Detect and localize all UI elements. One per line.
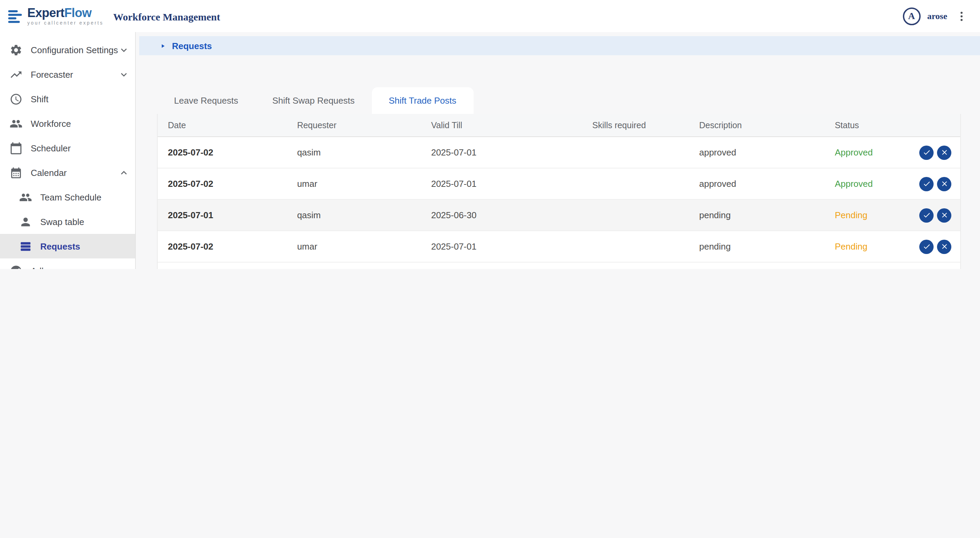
brand-flow: Flow <box>64 6 91 20</box>
table-row[interactable]: 2025-07-02 umar 2025-07-01 pending Pendi… <box>158 231 960 262</box>
brand-name: ExpertFlow <box>27 7 104 19</box>
column-header-requester: Requester <box>287 121 421 130</box>
sidebar-item-label: Adherence <box>31 266 118 269</box>
row-actions <box>919 176 951 191</box>
sidebar-item-label: Team Schedule <box>40 192 130 202</box>
kebab-menu-icon[interactable] <box>954 8 969 24</box>
brand-expert: Expert <box>27 6 64 20</box>
sidebar-item-requests[interactable]: Requests <box>0 234 135 259</box>
cell-requester: qasim <box>287 210 421 220</box>
reject-button[interactable] <box>937 208 951 222</box>
calendar-month-icon <box>10 166 22 179</box>
sidebar-item-label: Requests <box>40 241 130 251</box>
sidebar-item-calendar[interactable]: Calendar <box>0 160 135 185</box>
table-row[interactable]: 2025-07-01 qasim 2025-06-30 pending Pend… <box>158 200 960 231</box>
cell-date: 2025-07-02 <box>158 147 287 157</box>
chevron-down-icon <box>118 265 130 269</box>
row-actions <box>919 239 951 254</box>
play-icon <box>160 42 166 49</box>
expertflow-logo[interactable]: ExpertFlow your callcenter experts <box>7 7 104 25</box>
sidebar-item-adherence[interactable]: Adherence <box>0 259 135 269</box>
cell-description: approved <box>689 179 824 189</box>
header-right: A arose <box>902 7 969 25</box>
sidebar-item-label: Shift <box>31 94 130 104</box>
table-row[interactable]: 2025-07-02 qasim 2025-07-01 approved App… <box>158 137 960 168</box>
table-header-row: Date Requester Valid Till Skills require… <box>158 114 960 137</box>
requests-tabs: Leave Requests Shift Swap Requests Shift… <box>157 87 980 114</box>
sidebar-item-label: Swap table <box>40 216 130 227</box>
sidebar-item-swap-table[interactable]: Swap table <box>0 209 135 234</box>
cell-description: pending <box>689 241 824 252</box>
list-icon <box>19 240 32 252</box>
sidebar-item-team-schedule[interactable]: Team Schedule <box>0 185 135 209</box>
sidebar-item-scheduler[interactable]: Scheduler <box>0 136 135 160</box>
people-icon <box>19 190 32 203</box>
sidebar-item-label: Scheduler <box>31 143 130 153</box>
row-actions <box>919 208 951 222</box>
column-header-skills-required: Skills required <box>549 121 689 130</box>
sidebar-item-label: Workforce <box>31 118 130 129</box>
column-header-date: Date <box>158 121 287 130</box>
column-header-valid-till: Valid Till <box>421 121 549 130</box>
cell-date: 2025-07-01 <box>158 210 287 220</box>
cell-valid-till: 2025-07-01 <box>421 241 549 252</box>
avatar[interactable]: A <box>902 7 920 25</box>
trending-up-icon <box>10 68 22 81</box>
column-header-status: Status <box>824 121 960 130</box>
requests-banner[interactable]: Requests <box>139 36 980 55</box>
cell-description: pending <box>689 210 824 220</box>
calendar-icon <box>10 141 22 154</box>
reject-button[interactable] <box>937 176 951 191</box>
sidebar-item-workforce[interactable]: Workforce <box>0 111 135 136</box>
cell-date: 2025-07-02 <box>158 179 287 189</box>
approve-button[interactable] <box>919 239 934 254</box>
logo-text: ExpertFlow your callcenter experts <box>27 7 104 25</box>
chevron-down-icon <box>118 68 130 80</box>
people-icon <box>10 117 22 130</box>
table-body: 2025-07-02 qasim 2025-07-01 approved App… <box>158 137 960 269</box>
check-circle-icon <box>10 264 22 269</box>
chevron-up-icon <box>118 167 130 178</box>
brand-tagline: your callcenter experts <box>27 21 104 25</box>
person-icon <box>19 215 32 228</box>
username: arose <box>927 11 947 21</box>
cell-valid-till: 2025-06-30 <box>421 210 549 220</box>
cell-description: approved <box>689 147 824 157</box>
cell-requester: umar <box>287 179 421 189</box>
cell-requester: qasim <box>287 147 421 157</box>
sidebar-item-label: Calendar <box>31 167 118 178</box>
cell-date: 2025-07-02 <box>158 241 287 252</box>
table-row[interactable]: 2025-07-01 umar 2025-06-30 pending Pendi… <box>158 262 960 269</box>
sidebar-item-label: Forecaster <box>31 69 118 79</box>
sidebar-item-configuration-settings[interactable]: Configuration Settings <box>0 38 135 62</box>
column-header-description: Description <box>689 121 824 130</box>
tab-shift-swap-requests[interactable]: Shift Swap Requests <box>255 87 372 114</box>
top-bar: ExpertFlow your callcenter experts Workf… <box>0 0 980 32</box>
banner-label: Requests <box>172 41 212 51</box>
cell-valid-till: 2025-07-01 <box>421 179 549 189</box>
cell-requester: umar <box>287 241 421 252</box>
expertflow-logo-icon <box>7 8 23 24</box>
sidebar-item-shift[interactable]: Shift <box>0 87 135 111</box>
row-actions <box>919 145 951 160</box>
workforce-management-app: ExpertFlow your callcenter experts Workf… <box>0 0 980 269</box>
approve-button[interactable] <box>919 176 934 191</box>
sidebar-item-forecaster[interactable]: Forecaster <box>0 62 135 87</box>
cell-valid-till: 2025-07-01 <box>421 147 549 157</box>
table-row[interactable]: 2025-07-02 umar 2025-07-01 approved Appr… <box>158 168 960 200</box>
reject-button[interactable] <box>937 145 951 160</box>
app-title: Workforce Management <box>113 11 220 23</box>
tab-leave-requests[interactable]: Leave Requests <box>157 87 255 114</box>
tab-shift-trade-posts[interactable]: Shift Trade Posts <box>372 87 473 114</box>
clock-icon <box>10 92 22 105</box>
main-content: Requests Leave Requests Shift Swap Reque… <box>136 32 980 269</box>
gear-icon <box>10 43 22 56</box>
sidebar: Configuration Settings Forecaster Shift <box>0 32 136 269</box>
sidebar-item-label: Configuration Settings <box>31 44 118 55</box>
approve-button[interactable] <box>919 145 934 160</box>
chevron-down-icon <box>118 44 130 56</box>
approve-button[interactable] <box>919 208 934 222</box>
shift-trade-posts-table: Date Requester Valid Till Skills require… <box>157 114 961 269</box>
reject-button[interactable] <box>937 239 951 254</box>
